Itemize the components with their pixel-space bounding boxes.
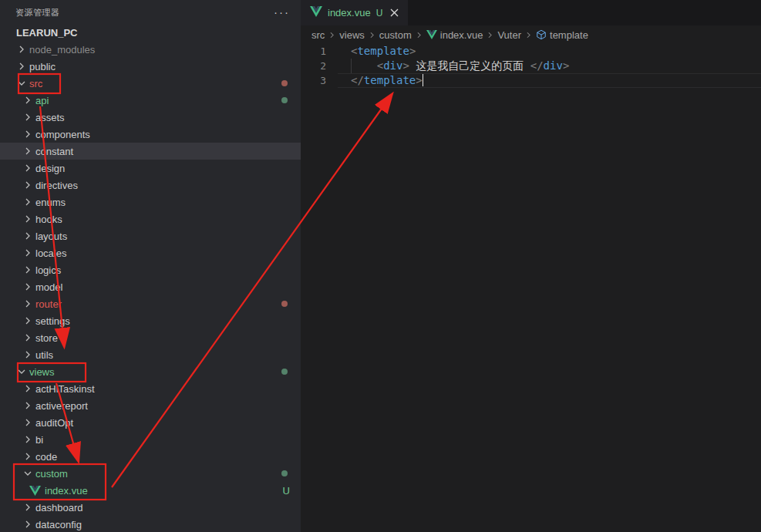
- chevron-right-icon: [414, 30, 424, 40]
- editor-area: index.vue U srcviewscustomindex.vueVuter…: [301, 0, 761, 532]
- vue-icon: [310, 6, 322, 20]
- breadcrumb-item-custom[interactable]: custom: [379, 29, 412, 41]
- tree-root-learun-pc[interactable]: LEARUN_PC: [0, 25, 301, 41]
- breadcrumb-item-Vuter[interactable]: Vuter: [497, 29, 521, 41]
- text-cursor: [423, 74, 424, 86]
- item-label: dataconfig: [35, 519, 82, 530]
- tree-item-public[interactable]: public: [0, 58, 301, 75]
- vue-icon: [29, 484, 43, 497]
- git-dot-badge: [281, 470, 288, 476]
- line-number: 1: [301, 44, 338, 59]
- chevron-down-icon: [15, 77, 28, 89]
- tree-item-directives[interactable]: directives: [0, 177, 301, 194]
- tree-item-locales[interactable]: locales: [0, 244, 301, 261]
- chevron-right-icon: [22, 281, 34, 293]
- tree-item-layouts[interactable]: layouts: [0, 227, 301, 244]
- tree-item-node_modules[interactable]: node_modules: [0, 41, 301, 58]
- chevron-right-icon: [367, 30, 377, 40]
- tree-item-components[interactable]: components: [0, 126, 301, 143]
- chevron-down-icon: [2, 27, 15, 39]
- chevron-down-icon: [22, 467, 34, 480]
- tree-item-index.vue[interactable]: index.vueU: [0, 482, 301, 499]
- breadcrumb: srcviewscustomindex.vueVutertemplate: [301, 25, 761, 44]
- tree-item-views[interactable]: views: [0, 363, 301, 380]
- tree-item-constant[interactable]: constant: [0, 143, 301, 160]
- root-label: LEARUN_PC: [16, 27, 77, 39]
- line-number: 3: [301, 73, 338, 88]
- chevron-right-icon: [485, 30, 495, 40]
- tree-item-model[interactable]: model: [0, 278, 301, 295]
- tree-item-logics[interactable]: logics: [0, 261, 301, 278]
- code-line-3[interactable]: 3</template>: [301, 73, 761, 88]
- tab-index-vue[interactable]: index.vue U: [301, 0, 408, 25]
- item-label: views: [29, 366, 55, 378]
- chevron-right-icon: [22, 94, 34, 106]
- chevron-right-icon: [22, 450, 34, 463]
- chevron-right-icon: [22, 162, 34, 174]
- chevron-right-icon: [22, 433, 34, 446]
- breadcrumb-item-template[interactable]: template: [536, 29, 588, 41]
- chevron-right-icon: [22, 179, 34, 191]
- tree-item-actHiTaskinst[interactable]: actHiTaskinst: [0, 380, 301, 397]
- item-label: constant: [35, 146, 73, 157]
- tree-item-assets[interactable]: assets: [0, 109, 301, 126]
- item-label: settings: [35, 315, 70, 327]
- explorer-title: 资源管理器: [15, 7, 60, 19]
- item-label: layouts: [35, 231, 67, 242]
- file-tree: node_modulespublicsrcapiassetscomponents…: [0, 41, 301, 532]
- chevron-right-icon: [22, 399, 34, 412]
- tree-item-utils[interactable]: utils: [0, 346, 301, 363]
- item-label: model: [35, 281, 62, 293]
- tree-item-hooks[interactable]: hooks: [0, 210, 301, 227]
- tree-item-bi[interactable]: bi: [0, 431, 301, 448]
- item-label: api: [35, 95, 49, 106]
- item-label: node_modules: [29, 44, 95, 56]
- chevron-right-icon: [22, 264, 34, 276]
- chevron-right-icon: [22, 348, 34, 361]
- line-number: 2: [301, 59, 338, 73]
- item-label: utils: [35, 349, 53, 361]
- tree-item-store[interactable]: store: [0, 329, 301, 346]
- chevron-right-icon: [22, 501, 34, 513]
- chevron-right-icon: [22, 145, 34, 157]
- item-label: directives: [35, 180, 78, 191]
- more-actions-icon[interactable]: ···: [274, 8, 290, 16]
- item-label: hooks: [35, 214, 62, 225]
- item-label: bi: [35, 434, 43, 446]
- item-label: router: [35, 298, 62, 310]
- breadcrumb-item-index.vue[interactable]: index.vue: [426, 29, 483, 41]
- git-untracked-badge: U: [283, 485, 290, 497]
- tree-item-custom[interactable]: custom: [0, 465, 301, 482]
- tree-item-router[interactable]: router: [0, 295, 301, 312]
- tree-item-design[interactable]: design: [0, 160, 301, 177]
- error-dot-badge: [281, 301, 288, 307]
- close-icon[interactable]: [390, 8, 399, 17]
- item-label: store: [35, 332, 58, 344]
- item-label: assets: [35, 112, 65, 123]
- tab-label: index.vue: [328, 7, 371, 19]
- tree-item-src[interactable]: src: [0, 75, 301, 92]
- chevron-right-icon: [22, 382, 34, 395]
- chevron-down-icon: [15, 365, 28, 378]
- breadcrumb-item-views[interactable]: views: [339, 29, 365, 41]
- code-line-2[interactable]: 2 <div> 这是我自己定义的页面 </div>: [301, 59, 761, 73]
- vue-icon: [426, 30, 437, 39]
- tree-item-dashboard[interactable]: dashboard: [0, 499, 301, 516]
- tree-item-enums[interactable]: enums: [0, 194, 301, 210]
- tree-item-dataconfig[interactable]: dataconfig: [0, 516, 301, 532]
- tree-item-api[interactable]: api: [0, 92, 301, 109]
- git-status-badge: U: [376, 8, 383, 19]
- item-label: activereport: [35, 400, 88, 412]
- chevron-right-icon: [22, 196, 34, 208]
- chevron-right-icon: [22, 332, 34, 344]
- code-editor[interactable]: 1<template>2 <div> 这是我自己定义的页面 </div>3</t…: [301, 44, 761, 88]
- indent-guide: [351, 59, 352, 73]
- tree-item-settings[interactable]: settings: [0, 312, 301, 329]
- item-label: public: [29, 61, 56, 72]
- breadcrumb-item-src[interactable]: src: [311, 29, 325, 41]
- git-dot-badge: [281, 97, 288, 103]
- tree-item-code[interactable]: code: [0, 448, 301, 465]
- tree-item-auditOpt[interactable]: auditOpt: [0, 414, 301, 431]
- code-line-1[interactable]: 1<template>: [301, 44, 761, 59]
- tree-item-activereport[interactable]: activereport: [0, 397, 301, 414]
